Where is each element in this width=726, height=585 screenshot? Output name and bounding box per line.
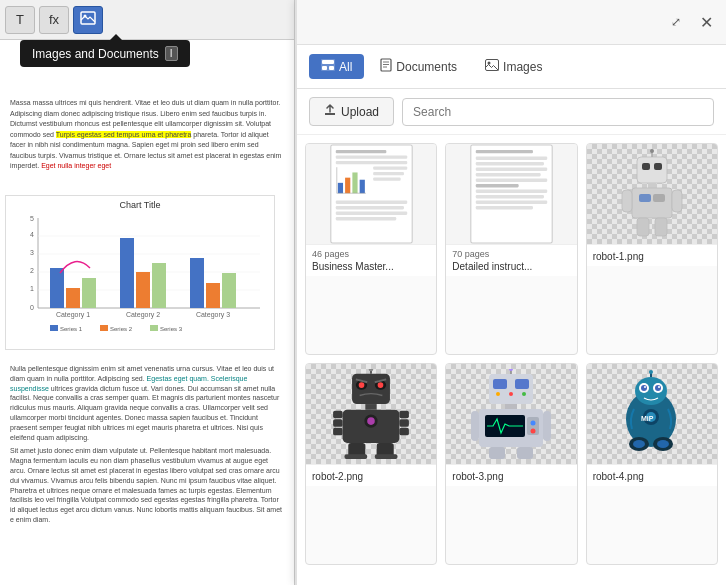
svg-point-73 [367, 417, 375, 425]
document-bottom-text: Nulla pellentesque dignissim enim sit am… [0, 360, 294, 533]
all-tab-icon [321, 59, 335, 74]
svg-rect-53 [648, 183, 656, 188]
svg-rect-76 [333, 428, 342, 436]
teal-text-1: Egestas eget quam. Scelerisque suspendis… [10, 375, 247, 392]
search-input[interactable] [402, 98, 714, 126]
formula-button[interactable]: fx [39, 6, 69, 34]
svg-rect-79 [400, 428, 409, 436]
svg-rect-49 [642, 163, 650, 170]
svg-rect-82 [345, 454, 368, 459]
red-text: Eget nulla integer eget [41, 162, 111, 169]
svg-point-87 [496, 392, 500, 396]
chart-inner: 0 1 2 3 4 5 [10, 213, 270, 343]
svg-rect-44 [352, 172, 357, 193]
svg-rect-101 [517, 447, 533, 459]
toolbar: T fx [0, 0, 294, 40]
svg-rect-22 [222, 273, 236, 308]
chart-title: Chart Title [10, 200, 270, 210]
svg-rect-42 [337, 183, 342, 193]
item-name: Business Master... [312, 261, 430, 272]
item-name: robot-3.png [452, 471, 570, 482]
formula-icon: fx [49, 12, 59, 27]
svg-rect-77 [400, 411, 409, 419]
svg-point-111 [649, 370, 653, 374]
text-button[interactable]: T [5, 6, 35, 34]
svg-rect-19 [152, 263, 166, 308]
svg-point-106 [641, 385, 647, 391]
item-badge: 46 pages [312, 249, 430, 259]
close-button[interactable]: ✕ [694, 10, 718, 34]
item-info: robot-1.png [587, 244, 717, 266]
svg-point-65 [378, 382, 384, 388]
expand-button[interactable]: ⤢ [664, 10, 688, 34]
tab-images[interactable]: Images [473, 54, 554, 79]
upload-button[interactable]: Upload [309, 97, 394, 126]
chart-container: Chart Title 0 1 2 3 4 5 [5, 195, 275, 350]
svg-rect-54 [632, 188, 672, 218]
item-info: robot-3.png [446, 464, 576, 486]
item-info: robot-4.png [587, 464, 717, 486]
svg-point-52 [650, 149, 654, 153]
close-icon: ✕ [700, 13, 713, 32]
item-name: robot-4.png [593, 471, 711, 482]
svg-rect-55 [639, 194, 651, 202]
list-item[interactable]: robot-2.png [305, 363, 437, 565]
svg-rect-43 [345, 178, 350, 194]
svg-text:2: 2 [30, 267, 34, 274]
svg-rect-74 [333, 411, 342, 419]
list-item[interactable]: robot-3.png [445, 363, 577, 565]
image-document-button[interactable] [73, 6, 103, 34]
panel-header: ⤢ ✕ [297, 0, 726, 45]
svg-rect-56 [653, 194, 665, 202]
svg-point-88 [509, 392, 513, 396]
upload-label: Upload [341, 105, 379, 119]
svg-text:Category 3: Category 3 [196, 311, 230, 319]
item-thumbnail [587, 144, 717, 244]
svg-point-103 [635, 377, 667, 405]
svg-rect-14 [50, 268, 64, 308]
svg-rect-98 [471, 411, 479, 441]
svg-rect-36 [381, 59, 391, 71]
svg-text:MiP: MiP [641, 415, 654, 422]
svg-point-97 [531, 429, 536, 434]
svg-rect-59 [637, 218, 649, 236]
svg-rect-26 [50, 325, 58, 331]
svg-text:5: 5 [30, 215, 34, 222]
images-tab-icon [485, 59, 499, 74]
svg-point-96 [531, 421, 536, 426]
expand-icon: ⤢ [671, 15, 681, 29]
svg-rect-30 [150, 325, 158, 331]
svg-rect-61 [352, 374, 390, 404]
svg-rect-86 [515, 379, 529, 389]
panel-tabs: All Documents Images [297, 45, 726, 89]
svg-rect-58 [672, 190, 682, 212]
svg-text:0: 0 [30, 304, 34, 311]
svg-rect-33 [322, 60, 334, 64]
highlighted-text: Turpis egestas sed tempus urna et pharet… [56, 131, 192, 138]
svg-rect-70 [365, 404, 376, 410]
svg-rect-48 [637, 157, 667, 183]
tab-documents[interactable]: Documents [368, 53, 469, 80]
tab-all[interactable]: All [309, 54, 364, 79]
svg-point-108 [644, 386, 646, 388]
image-icon [80, 11, 96, 28]
documents-tab-icon [380, 58, 392, 75]
images-documents-panel: ⤢ ✕ All [295, 0, 726, 585]
svg-text:Series 1: Series 1 [60, 326, 83, 332]
search-input-wrap [402, 98, 714, 126]
svg-point-64 [359, 382, 365, 388]
svg-text:Series 2: Series 2 [110, 326, 133, 332]
list-item[interactable]: MiP robot-4.png [586, 363, 718, 565]
svg-rect-18 [136, 272, 150, 308]
item-name: Detailed instruct... [452, 261, 570, 272]
svg-rect-60 [655, 218, 667, 236]
svg-rect-92 [505, 404, 517, 409]
list-item[interactable]: 70 pages Detailed instruct... [445, 143, 577, 355]
item-thumbnail [306, 364, 436, 464]
svg-point-116 [633, 440, 645, 448]
document-text-area: Massa massa ultrices mi quis hendrerit. … [0, 90, 294, 185]
list-item[interactable]: 46 pages Business Master... [305, 143, 437, 355]
list-item[interactable]: robot-1.png [586, 143, 718, 355]
tooltip-label: Images and Documents [32, 47, 159, 61]
svg-rect-57 [622, 190, 632, 212]
